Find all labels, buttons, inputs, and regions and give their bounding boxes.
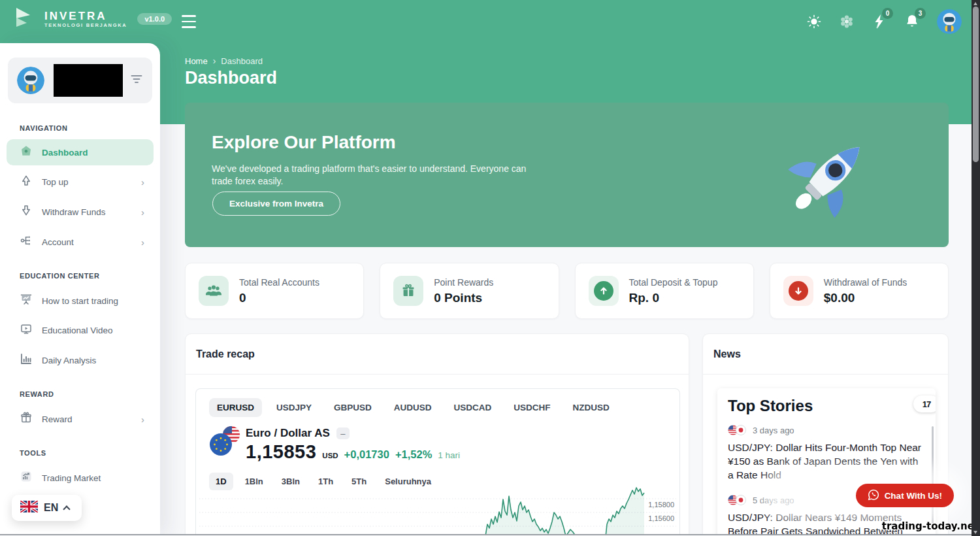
sidebar-item-how-to-start-trading[interactable]: How to start trading	[7, 288, 154, 314]
story-time: 3 days ago	[753, 426, 794, 435]
brand-logo[interactable]: INVETRA TEKNOLOGI BERJANGKA v1.0.0	[14, 7, 172, 31]
chat-with-us-button[interactable]: Chat With Us!	[856, 484, 954, 507]
tab-usdchf[interactable]: USDCHF	[506, 398, 558, 417]
pair-change-percent: +1,52%	[395, 448, 432, 461]
stat-label: Total Real Accounts	[239, 277, 319, 288]
promo-banner: Explore Our Platform We've developed a t…	[185, 103, 949, 247]
uk-flag-icon	[20, 501, 38, 515]
filter-icon[interactable]	[130, 74, 143, 87]
sidebar-item-top-up[interactable]: Top up ›	[7, 169, 154, 195]
user-name-redacted	[54, 64, 123, 97]
settings-flower-icon[interactable]	[839, 14, 855, 29]
watermark: trading-today.net	[882, 520, 979, 532]
chevron-right-icon: ›	[141, 237, 144, 247]
stat-card-point-rewards: Point Rewards 0 Points	[380, 263, 559, 319]
user-card[interactable]	[8, 58, 152, 103]
withdrawal-down-icon	[783, 276, 813, 306]
section-label-navigation: NAVIGATION	[20, 124, 67, 132]
sidebar-item-daily-analysis[interactable]: Daily Analysis	[7, 347, 154, 373]
pair-change: +0,01730	[344, 448, 389, 461]
trade-recap-title: Trade recap	[186, 334, 689, 375]
banner-title: Explore Our Platform	[212, 132, 396, 153]
stat-card-withdrawal-of-funds: Withdrawal of Funds $0.00	[770, 263, 949, 319]
scrollbar-down-arrow[interactable]	[973, 531, 977, 534]
pair-collapse-badge[interactable]: –	[336, 427, 350, 439]
brand-name: INVETRA	[44, 10, 127, 22]
chevron-up-icon	[63, 505, 71, 512]
sidebar-item-account[interactable]: Account ›	[7, 229, 154, 255]
deposit-up-icon	[589, 276, 619, 306]
withdraw-arrow-icon	[20, 204, 33, 220]
stat-value: 0	[239, 291, 319, 305]
video-icon	[20, 322, 33, 338]
scrollbar-up-arrow[interactable]	[973, 2, 977, 5]
users-icon	[199, 276, 229, 306]
chevron-right-icon: ›	[141, 177, 144, 187]
stat-card-total-real-accounts: Total Real Accounts 0	[185, 263, 364, 319]
tab-audusd[interactable]: AUDUSD	[386, 398, 440, 417]
page-scrollbar[interactable]	[972, 0, 980, 536]
pair-change-period: 1 hari	[438, 450, 460, 460]
section-label-education: EDUCATION CENTER	[20, 272, 99, 280]
stat-value: $0.00	[824, 291, 907, 305]
tab-usdjpy[interactable]: USDJPY	[269, 398, 319, 417]
stat-value: 0 Points	[434, 291, 493, 305]
activity-bolt-icon[interactable]: 0	[872, 14, 887, 29]
eur-usd-flags-icon	[208, 425, 240, 456]
breadcrumb-current: Dashboard	[221, 56, 263, 66]
sidebar-item-dashboard[interactable]: Dashboard	[7, 139, 154, 165]
pair-name: Euro / Dollar AS	[246, 427, 330, 440]
pair-tabs: EURUSD USDJPY GBPUSD AUDUSD USDCAD USDCH…	[209, 398, 617, 417]
stats-row: Total Real Accounts 0 Point Rewards 0 Po…	[185, 263, 949, 319]
home-icon	[20, 144, 33, 160]
banner-description: We've developed a trading platform that'…	[212, 163, 542, 188]
pair-price-currency: USD	[322, 452, 338, 460]
trade-recap-panel: Trade recap EURUSD USDJPY GBPUSD AUDUSD …	[185, 333, 689, 536]
user-avatar[interactable]	[937, 9, 962, 34]
hamburger-menu-icon[interactable]	[182, 15, 196, 28]
us-jp-flags-icon	[728, 425, 747, 435]
language-code: EN	[44, 502, 58, 514]
sidebar-avatar	[17, 67, 44, 94]
sidebar-item-trading-market[interactable]: Trading Market	[7, 465, 154, 491]
presentation-icon	[20, 293, 33, 309]
tab-gbpusd[interactable]: GBPUSD	[326, 398, 380, 417]
stat-label: Withdrawal of Funds	[824, 277, 907, 288]
y-axis-label: 1,15600	[648, 514, 674, 522]
price-chart[interactable]	[199, 485, 676, 536]
tab-usdcad[interactable]: USDCAD	[446, 398, 500, 417]
news-title: News	[703, 334, 948, 375]
language-picker[interactable]: EN	[12, 495, 82, 521]
scrollbar-thumb[interactable]	[973, 7, 979, 162]
chevron-right-icon: ›	[141, 207, 144, 217]
account-nodes-icon	[20, 234, 33, 250]
sidebar: NAVIGATION Dashboard Top up › Withdraw F…	[0, 43, 160, 536]
stat-card-total-deposit-topup: Total Deposit & Topup Rp. 0	[575, 263, 754, 319]
y-axis-label: 1,15800	[648, 501, 674, 509]
whatsapp-icon	[868, 489, 879, 503]
sidebar-item-withdraw-funds[interactable]: Withdraw Funds ›	[7, 199, 154, 225]
us-jp-flags-icon	[728, 495, 747, 505]
gift-icon	[20, 411, 33, 427]
chat-button-label: Chat With Us!	[885, 491, 942, 501]
theme-toggle-sun-icon[interactable]	[806, 14, 822, 29]
page-title: Dashboard	[185, 68, 277, 88]
breadcrumb-home[interactable]: Home	[185, 56, 208, 66]
tab-eurusd[interactable]: EURUSD	[209, 398, 262, 417]
sidebar-item-educational-video[interactable]: Educational Video	[7, 317, 154, 343]
topup-arrow-icon	[20, 174, 33, 190]
tab-nzdusd[interactable]: NZDUSD	[565, 398, 617, 417]
sidebar-item-reward[interactable]: Reward ›	[7, 406, 154, 432]
stat-label: Total Deposit & Topup	[629, 277, 718, 288]
breadcrumb: Home › Dashboard	[185, 56, 263, 66]
pair-price: 1,15853	[246, 441, 316, 463]
version-badge: v1.0.0	[137, 13, 172, 25]
gift-icon	[393, 276, 423, 306]
notification-count-badge: 3	[915, 8, 926, 19]
trade-chart-widget: EURUSD USDJPY GBPUSD AUDUSD USDCAD USDCH…	[195, 388, 680, 536]
banner-button[interactable]: Exclusive from Invetra	[212, 192, 340, 216]
tradingview-logo[interactable]: 17	[913, 395, 936, 412]
notifications-bell-icon[interactable]: 3	[904, 14, 920, 29]
stat-value: Rp. 0	[629, 291, 718, 305]
section-label-tools: TOOLS	[20, 449, 46, 457]
